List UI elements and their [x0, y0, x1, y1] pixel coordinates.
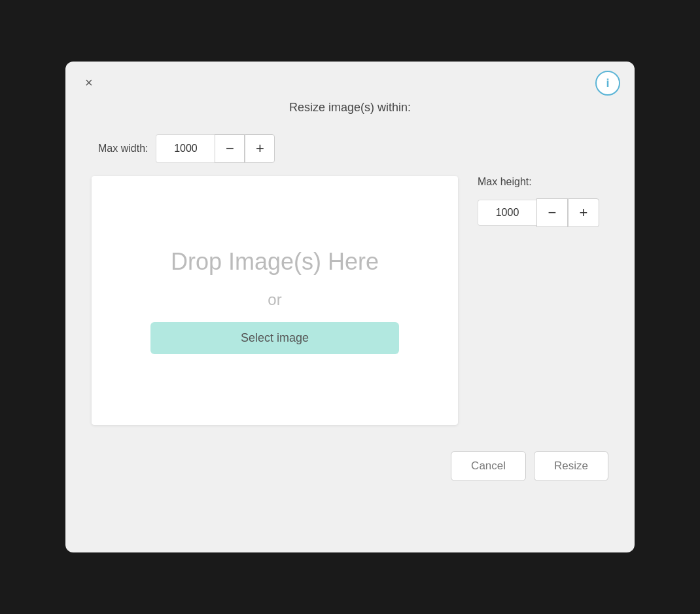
height-stepper-group: − + — [478, 198, 608, 227]
resize-dialog: × i Resize image(s) within: Max width: −… — [65, 62, 635, 552]
info-button[interactable]: i — [595, 71, 620, 96]
max-width-input[interactable] — [156, 134, 215, 163]
minus-icon: − — [548, 204, 557, 221]
dialog-title: Resize image(s) within: — [289, 101, 411, 115]
max-height-input[interactable] — [478, 200, 536, 226]
width-increment-button[interactable]: + — [245, 134, 275, 163]
max-width-row: Max width: − + — [98, 134, 275, 163]
drop-zone[interactable]: Drop Image(s) Here or Select image — [92, 176, 458, 425]
height-increment-button[interactable]: + — [568, 198, 599, 227]
info-icon: i — [606, 77, 609, 90]
resize-button[interactable]: Resize — [534, 451, 608, 481]
height-decrement-button[interactable]: − — [536, 198, 568, 227]
main-content-area: Drop Image(s) Here or Select image Max h… — [92, 176, 608, 425]
max-height-label: Max height: — [478, 176, 608, 188]
footer-buttons: Cancel Resize — [92, 451, 608, 481]
max-width-label: Max width: — [98, 143, 148, 154]
plus-icon: + — [256, 140, 264, 157]
cancel-button[interactable]: Cancel — [451, 451, 526, 481]
plus-icon: + — [580, 204, 588, 221]
select-image-button[interactable]: Select image — [150, 322, 399, 354]
width-stepper-group: − + — [156, 134, 275, 163]
drop-zone-text: Drop Image(s) Here — [171, 247, 379, 278]
close-button[interactable]: × — [80, 73, 98, 92]
minus-icon: − — [226, 140, 234, 157]
right-panel: Max height: − + — [478, 176, 608, 227]
or-text: or — [268, 291, 281, 309]
close-icon: × — [85, 75, 93, 90]
width-decrement-button[interactable]: − — [215, 134, 245, 163]
